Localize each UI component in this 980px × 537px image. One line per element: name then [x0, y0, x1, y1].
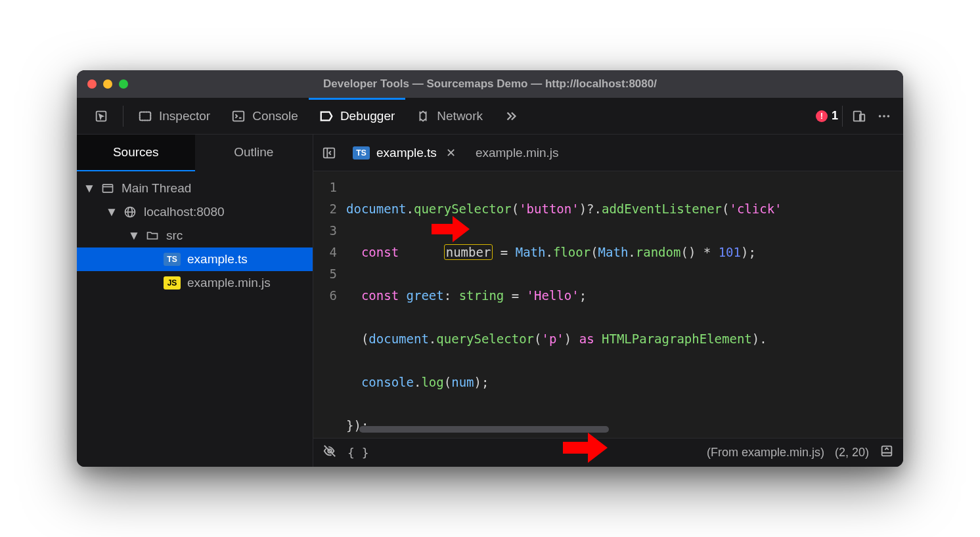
toggle-sidebar-button[interactable] — [316, 140, 342, 166]
pointer-icon — [94, 109, 108, 123]
line-numbers: 1 2 3 4 5 6 — [313, 171, 346, 438]
panel-icon — [880, 444, 894, 458]
tab-label: Network — [437, 109, 483, 123]
error-icon: ! — [816, 110, 828, 122]
tab-label: Inspector — [159, 109, 210, 123]
select-element-button[interactable] — [83, 98, 119, 135]
maximize-window-button[interactable] — [119, 79, 128, 89]
close-icon[interactable]: ✕ — [446, 146, 456, 160]
horizontal-scrollbar[interactable] — [359, 426, 609, 433]
responsive-design-button[interactable] — [847, 98, 872, 135]
network-icon — [416, 109, 430, 123]
editor-pane: TS example.ts ✕ example.min.js 1 2 3 4 5… — [313, 135, 903, 467]
svg-point-7 — [883, 115, 885, 118]
tree-label: Main Thread — [122, 181, 191, 196]
js-badge-icon: JS — [164, 276, 181, 290]
type-highlight: number — [444, 244, 493, 260]
tab-outline[interactable]: Outline — [195, 135, 313, 171]
tree-label: example.ts — [187, 252, 248, 267]
cursor-position: (2, 20) — [835, 446, 869, 460]
tabs-overflow-button[interactable] — [493, 98, 529, 135]
editor-tabs: TS example.ts ✕ example.min.js — [313, 135, 903, 171]
toggle-bottom-panel-button[interactable] — [880, 444, 894, 462]
devices-icon — [852, 109, 866, 123]
chevron-down-icon: ▼ — [85, 184, 94, 193]
tree-host[interactable]: ▼ localhost:8080 — [77, 200, 313, 224]
blackbox-button[interactable] — [323, 444, 337, 462]
chevron-down-icon: ▼ — [107, 207, 116, 217]
divider — [123, 106, 123, 127]
meatball-menu-button[interactable] — [872, 98, 897, 135]
svg-point-6 — [879, 115, 881, 118]
devtools-window: Developer Tools — Sourcemaps Demo — http… — [77, 70, 903, 467]
folder-icon — [145, 228, 160, 243]
pretty-print-button[interactable]: { } — [347, 446, 369, 460]
svg-rect-1 — [140, 112, 151, 120]
svg-rect-3 — [233, 111, 244, 121]
toolbox-tabs: Inspector Console Debugger Network — [77, 98, 903, 135]
debugger-icon — [319, 109, 334, 123]
tab-label: example.ts — [376, 146, 437, 160]
window-title: Developer Tools — Sourcemaps Demo — http… — [77, 77, 903, 91]
ts-badge-icon: TS — [353, 146, 370, 160]
eye-off-icon — [323, 444, 337, 458]
editor-tab-example-ts[interactable]: TS example.ts ✕ — [344, 135, 465, 171]
collapse-left-icon — [322, 146, 336, 160]
sources-sidebar: Sources Outline ▼ Main Thread ▼ localhos… — [77, 135, 313, 467]
close-window-button[interactable] — [87, 79, 97, 89]
tab-network[interactable]: Network — [405, 98, 493, 135]
inspector-icon — [138, 109, 152, 123]
tree-file-example-min-js[interactable]: JS example.min.js — [77, 271, 313, 295]
tree-file-example-ts[interactable]: TS example.ts — [77, 247, 313, 271]
chevron-double-right-icon — [504, 109, 518, 123]
svg-point-8 — [887, 115, 890, 118]
sourcemap-origin: (From example.min.js) — [707, 446, 824, 460]
tree-label: src — [166, 228, 183, 243]
tab-sources[interactable]: Sources — [77, 135, 195, 171]
minimize-window-button[interactable] — [103, 79, 112, 89]
traffic-lights — [87, 79, 128, 89]
error-count[interactable]: ! 1 — [816, 109, 838, 123]
tab-label: example.min.js — [476, 146, 559, 160]
divider — [842, 106, 843, 127]
tree-label: localhost:8080 — [144, 205, 225, 219]
window-icon — [100, 181, 115, 196]
globe-icon — [123, 205, 137, 219]
sidebar-tabs: Sources Outline — [77, 135, 313, 171]
tab-label: Debugger — [340, 109, 395, 123]
tree-folder-src[interactable]: ▼ src — [77, 224, 313, 247]
ts-badge-icon: TS — [164, 253, 181, 266]
svg-rect-9 — [103, 184, 113, 192]
tree-main-thread[interactable]: ▼ Main Thread — [77, 177, 313, 200]
tab-label: Console — [252, 109, 298, 123]
code-editor[interactable]: 1 2 3 4 5 6 document.querySelector('butt… — [313, 171, 903, 438]
code-content: document.querySelector('button')?.addEve… — [346, 171, 903, 438]
debugger-content: Sources Outline ▼ Main Thread ▼ localhos… — [77, 135, 903, 467]
editor-footer: { } (From example.min.js) (2, 20) — [313, 438, 903, 467]
editor-tab-example-min-js[interactable]: example.min.js — [466, 135, 568, 171]
chevron-down-icon: ▼ — [129, 231, 139, 240]
tab-inspector[interactable]: Inspector — [127, 98, 221, 135]
tab-console[interactable]: Console — [221, 98, 309, 135]
sources-tree: ▼ Main Thread ▼ localhost:8080 ▼ — [77, 171, 313, 300]
titlebar: Developer Tools — Sourcemaps Demo — http… — [77, 70, 903, 98]
error-number: 1 — [832, 109, 838, 123]
more-horizontal-icon — [877, 109, 891, 123]
svg-rect-2 — [140, 112, 151, 120]
console-icon — [231, 109, 246, 123]
tree-label: example.min.js — [187, 276, 271, 290]
tab-debugger[interactable]: Debugger — [309, 98, 405, 135]
